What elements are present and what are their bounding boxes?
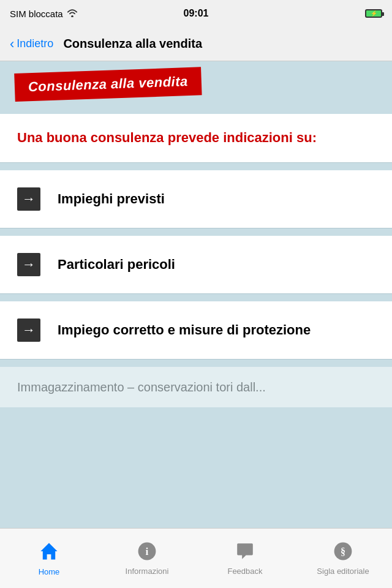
tab-feedback-label: Feedback [227, 567, 262, 576]
arrow-icon-2: → [17, 253, 40, 276]
home-icon [39, 541, 59, 564]
item-label-1: Impieghi previsti [58, 190, 165, 208]
back-chevron-icon: ‹ [10, 37, 14, 51]
status-battery: ⚡ [365, 9, 382, 18]
status-bar: SIM bloccata 09:01 ⚡ [0, 0, 392, 27]
separator-2 [0, 228, 392, 236]
back-button[interactable]: ‹ Indietro [10, 37, 53, 51]
back-label: Indietro [17, 37, 53, 50]
tab-sigla-label: Sigla editoriale [317, 567, 369, 576]
svg-text:i: i [146, 545, 149, 557]
feedback-icon [235, 541, 255, 564]
tab-home[interactable]: Home [6, 541, 92, 576]
banner-label: Consulenza alla vendita [14, 67, 202, 102]
item-label-2: Particolari pericoli [58, 255, 175, 274]
banner-section: Consulenza alla vendita [0, 61, 392, 111]
description-section: Una buona consulenza prevede indicazioni… [0, 114, 392, 163]
battery-icon: ⚡ [365, 9, 382, 18]
tab-bar: Home i Informazioni Feedback § Sigla edi… [0, 528, 392, 588]
nav-bar: ‹ Indietro Consulenza alla vendita [0, 27, 392, 61]
sigla-icon: § [333, 541, 353, 564]
arrow-icon-3: → [17, 318, 40, 342]
tab-feedback[interactable]: Feedback [202, 541, 288, 576]
svg-marker-0 [40, 543, 57, 559]
wifi-icon [67, 9, 78, 19]
item-label-3: Impiego corretto e misure di protezione [58, 321, 311, 339]
tab-sigla-editoriale[interactable]: § Sigla editoriale [300, 541, 386, 576]
blurred-text: Immagazzinamento – conservazioni tori da… [17, 378, 375, 396]
info-icon: i [137, 541, 157, 564]
tab-home-label: Home [39, 567, 60, 576]
list-item-impiego-corretto[interactable]: → Impiego corretto e misure di protezion… [0, 301, 392, 360]
arrow-icon-1: → [17, 187, 40, 211]
separator-1 [0, 163, 392, 170]
svg-text:§: § [341, 546, 345, 556]
list-item-pericoli[interactable]: → Particolari pericoli [0, 236, 392, 294]
separator-3 [0, 294, 392, 301]
status-time: 09:01 [184, 8, 209, 19]
separator-4 [0, 360, 392, 367]
description-text: Una buona consulenza prevede indicazioni… [17, 129, 375, 148]
carrier-text: SIM bloccata [10, 9, 63, 19]
tab-informazioni-label: Informazioni [126, 567, 169, 576]
blurred-section: Immagazzinamento – conservazioni tori da… [0, 367, 392, 407]
status-carrier: SIM bloccata [10, 9, 78, 19]
list-item-impieghi[interactable]: → Impieghi previsti [0, 170, 392, 228]
main-content: Consulenza alla vendita Una buona consul… [0, 61, 392, 407]
page-title: Consulenza alla vendita [63, 37, 202, 51]
tab-informazioni[interactable]: i Informazioni [104, 541, 190, 576]
